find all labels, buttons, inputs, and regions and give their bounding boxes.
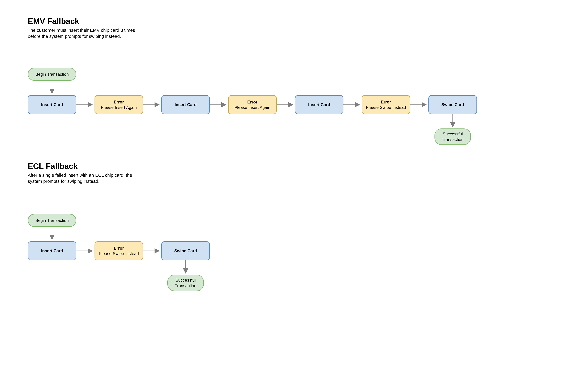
arrow-icon	[52, 81, 53, 95]
ecl-swipe-label: Swipe Card	[174, 248, 197, 254]
ecl-error1-node: Error Please Swipe Instead	[94, 241, 143, 260]
ecl-swipe-node: Swipe Card	[161, 241, 210, 260]
emv-begin-label: Begin Transaction	[35, 72, 69, 77]
emv-success-label: Successful Transaction	[437, 131, 469, 142]
emv-swipe-node: Swipe Card	[429, 95, 477, 114]
arrow-icon	[453, 114, 453, 128]
emv-error1-title: Error	[114, 99, 124, 105]
emv-insert1-label: Insert Card	[41, 102, 63, 107]
arrow-icon	[76, 105, 94, 105]
ecl-description: After a single failed insert with an ECL…	[28, 172, 135, 184]
arrow-icon	[343, 105, 361, 105]
emv-insert3-label: Insert Card	[308, 102, 330, 107]
ecl-insert1-node: Insert Card	[28, 241, 76, 260]
ecl-error1-title: Error	[114, 245, 124, 251]
emv-insert3-node: Insert Card	[295, 95, 343, 114]
emv-error3-sub: Please Swipe Instead	[366, 105, 406, 110]
ecl-insert1-label: Insert Card	[41, 248, 63, 254]
ecl-begin-node: Begin Transaction	[28, 214, 76, 227]
emv-error1-sub: Please Insert Again	[101, 105, 137, 110]
emv-title: EMV Fallback	[28, 16, 135, 26]
arrow-icon	[186, 260, 186, 274]
emv-error2-node: Error Please Insert Again	[228, 95, 277, 114]
emv-insert1-node: Insert Card	[28, 95, 76, 114]
emv-insert2-label: Insert Card	[175, 102, 197, 107]
emv-description: The customer must insert their EMV chip …	[28, 27, 135, 39]
ecl-success-node: Successful Transaction	[167, 275, 204, 291]
emv-error1-node: Error Please Insert Again	[94, 95, 143, 114]
arrow-icon	[76, 251, 94, 252]
arrow-icon	[210, 105, 227, 105]
emv-success-node: Successful Transaction	[434, 129, 471, 145]
emv-swipe-label: Swipe Card	[441, 102, 464, 107]
arrow-icon	[143, 251, 160, 252]
ecl-begin-label: Begin Transaction	[35, 218, 69, 223]
arrow-icon	[143, 105, 160, 105]
emv-section-header: EMV Fallback The customer must insert th…	[28, 16, 135, 39]
emv-error3-node: Error Please Swipe Instead	[362, 95, 410, 114]
emv-error2-sub: Please Insert Again	[234, 105, 270, 110]
emv-insert2-node: Insert Card	[161, 95, 210, 114]
ecl-error1-sub: Please Swipe Instead	[99, 251, 139, 256]
arrow-icon	[277, 105, 294, 105]
ecl-section-header: ECL Fallback After a single failed inser…	[28, 161, 135, 184]
emv-error2-title: Error	[247, 99, 258, 105]
arrow-icon	[410, 105, 428, 105]
emv-error3-title: Error	[381, 99, 391, 105]
arrow-icon	[52, 227, 53, 241]
ecl-success-label: Successful Transaction	[170, 277, 201, 288]
emv-begin-node: Begin Transaction	[28, 68, 76, 81]
ecl-title: ECL Fallback	[28, 161, 135, 171]
